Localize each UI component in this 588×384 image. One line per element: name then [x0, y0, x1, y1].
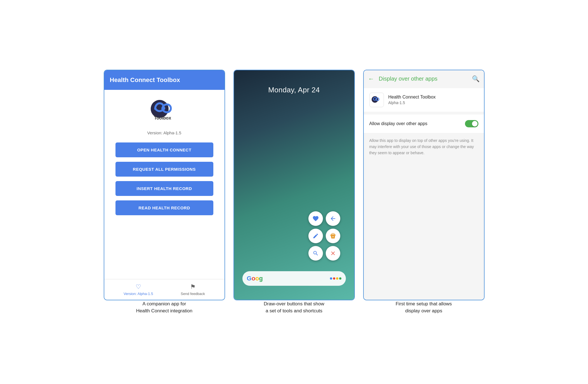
insert-health-record-button[interactable]: INSERT HEALTH RECORD [115, 181, 213, 196]
google-mic-dots [330, 277, 341, 280]
fab-heart-icon[interactable] [308, 211, 323, 226]
app-footer: ♡ Version: Alpha-1.5 ⚑ Send feedback [104, 279, 225, 300]
fab-close-icon[interactable] [326, 246, 340, 261]
toggle-knob [472, 121, 478, 127]
footer-feedback-label: Send feedback [181, 292, 205, 296]
app-info: Health Connect Toolbox Alpha-1.5 [388, 95, 436, 105]
app-name: Health Connect Toolbox [388, 95, 436, 100]
fab-back-icon[interactable] [326, 211, 340, 226]
app-logo-icon: Toolbox [149, 98, 180, 122]
app-title: Health Connect Toolbox [110, 76, 180, 83]
app-version-label: Alpha-1.5 [388, 100, 436, 105]
panel-3-caption-text: First time setup that allows display ove… [396, 301, 452, 314]
panel-2: Monday, Apr 24 [233, 70, 355, 315]
google-search-bar[interactable]: Goog [242, 271, 346, 286]
footer-feedback-item[interactable]: ⚑ Send feedback [181, 283, 205, 296]
svg-point-4 [376, 99, 377, 100]
panel-3: ← Display over other apps 🔍 [363, 70, 485, 315]
settings-description: Allow this app to display on top of othe… [364, 133, 484, 161]
settings-screen: ← Display over other apps 🔍 [364, 70, 484, 300]
allow-display-toggle[interactable] [465, 120, 478, 127]
app-body: Toolbox Version: Alpha-1.5 OPEN HEALTH C… [104, 90, 225, 279]
panel-3-caption: First time setup that allows display ove… [364, 300, 484, 315]
google-logo: Goog [247, 275, 263, 282]
heart-connect-icon: ♡ [136, 283, 141, 291]
phone-frame-2: Monday, Apr 24 [233, 70, 355, 300]
app-screen: Health Connect Toolbox [104, 70, 225, 300]
phone-screen: Monday, Apr 24 [234, 70, 354, 300]
app-header: Health Connect Toolbox [104, 70, 225, 90]
panel-2-caption: Draw-over buttons that show a set of too… [234, 300, 354, 315]
svg-text:Toolbox: Toolbox [154, 116, 171, 120]
phone-frame-1: Health Connect Toolbox [104, 70, 225, 300]
open-health-connect-button[interactable]: OPEN HEALTH CONNECT [115, 142, 213, 157]
footer-version-label: Version: Alpha-1.5 [124, 292, 153, 296]
read-health-record-button[interactable]: READ HEALTH RECORD [115, 200, 213, 215]
version-text: Version: Alpha-1.5 [147, 130, 181, 135]
feedback-icon: ⚑ [190, 283, 196, 291]
app-icon [369, 93, 384, 107]
date-display: Monday, Apr 24 [234, 86, 354, 94]
logo-container: Toolbox [149, 98, 180, 124]
settings-app-row: Health Connect Toolbox Alpha-1.5 [364, 88, 484, 112]
panel-2-caption-text: Draw-over buttons that show a set of too… [264, 301, 324, 314]
settings-title: Display over other apps [379, 76, 467, 82]
panel-1-caption: A companion app for Health Connect integ… [104, 300, 225, 315]
panel-1-caption-text: A companion app for Health Connect integ… [136, 301, 192, 314]
svg-point-1 [161, 106, 165, 110]
fab-search-icon[interactable] [308, 246, 323, 261]
settings-header: ← Display over other apps 🔍 [364, 70, 484, 88]
panel-1: Health Connect Toolbox [104, 70, 225, 315]
settings-toggle-row: Allow display over other apps [364, 114, 484, 133]
fab-briefcase-icon[interactable] [326, 229, 340, 243]
fab-pencil-icon[interactable] [308, 229, 323, 243]
toggle-label: Allow display over other apps [369, 121, 465, 126]
phone-frame-3: ← Display over other apps 🔍 [363, 70, 485, 300]
fab-cluster [308, 211, 340, 261]
search-icon[interactable]: 🔍 [472, 75, 480, 83]
request-all-permissions-button[interactable]: REQUEST ALL PERMISSIONS [115, 162, 213, 177]
back-icon[interactable]: ← [368, 75, 374, 83]
footer-version-item[interactable]: ♡ Version: Alpha-1.5 [124, 283, 153, 296]
